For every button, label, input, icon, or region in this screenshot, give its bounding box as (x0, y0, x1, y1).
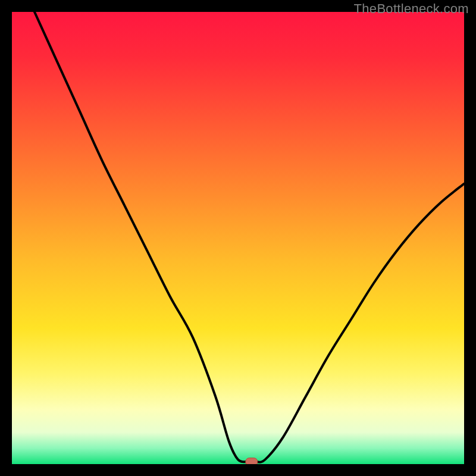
optimal-point-marker (246, 458, 258, 464)
watermark-text: TheBottleneck.com (354, 1, 469, 17)
gradient-background (12, 12, 464, 464)
chart-frame: TheBottleneck.com (0, 0, 476, 476)
plot-svg (12, 12, 464, 464)
plot-area (12, 12, 464, 464)
